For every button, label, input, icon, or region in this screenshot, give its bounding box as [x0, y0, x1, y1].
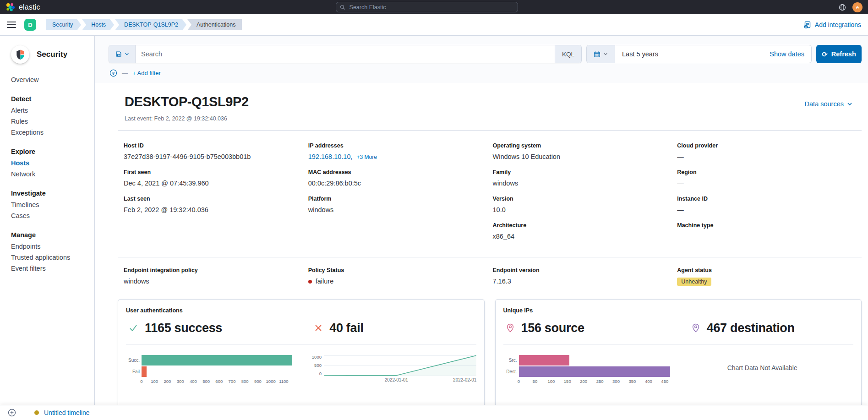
plus-circle-icon[interactable] [8, 409, 16, 417]
refresh-icon: ⟳ [822, 51, 828, 58]
ips-bar-chart: Src. Dest. 050100150200250300350400450 [503, 355, 671, 384]
cross-icon [314, 324, 322, 332]
timeline-status-dot [34, 410, 39, 415]
brand-name: elastic [19, 3, 40, 11]
sidebar-item-cases[interactable]: Cases [11, 212, 90, 220]
calendar-button[interactable] [587, 45, 615, 63]
date-range-value[interactable]: Last 5 years [615, 50, 665, 58]
field-machine-type: Machine type — [677, 222, 862, 240]
host-overview-grid: Host ID 37e27d38-9197-4496-9105-b75e003b… [118, 131, 862, 249]
saved-query-icon [115, 51, 122, 57]
field-agent-status: Agent status Unhealthy [677, 267, 862, 286]
unique-ips-card: Unique IPs 156 source [495, 299, 862, 420]
kql-search-input[interactable] [136, 45, 555, 63]
elastic-security-host-page: elastic e D Security Hosts [0, 0, 868, 420]
chart-no-data-message: Chart Data Not Available [671, 355, 853, 384]
sidebar-heading-investigate: Investigate [11, 190, 90, 197]
failure-status-dot [308, 280, 312, 284]
date-picker: Last 5 years Show dates [586, 45, 812, 63]
untitled-timeline-link[interactable]: Untitled timeline [44, 409, 90, 416]
spaces-icon[interactable] [838, 3, 846, 11]
data-sources-label: Data sources [805, 100, 844, 108]
field-endpoint-version: Endpoint version 7.16.3 [493, 267, 677, 286]
field-last-seen: Last seen Feb 2, 2022 @ 19:32:40.036 [124, 196, 308, 213]
security-shield-icon [11, 45, 29, 64]
endpoint-info-grid: Endpoint integration policy windows Poli… [118, 257, 862, 296]
field-instance-id: Instance ID — [677, 196, 862, 213]
add-integrations-icon [804, 21, 811, 28]
search-icon [340, 5, 345, 10]
elastic-logo-icon [5, 2, 15, 12]
global-search[interactable] [336, 2, 518, 12]
card-title: User authentications [126, 307, 476, 314]
field-cloud-provider: Cloud provider — [677, 142, 862, 160]
sidebar-item-network[interactable]: Network [11, 170, 90, 178]
query-search-control: KQL [109, 45, 582, 63]
user-avatar[interactable]: e [852, 2, 863, 12]
policy-status-value: failure [316, 278, 334, 285]
field-ip-addresses: IP addresses 192.168.10.10, +3 More [308, 142, 493, 160]
saved-query-button[interactable] [109, 45, 136, 63]
sidebar-heading-explore: Explore [11, 148, 90, 156]
add-filter-button[interactable]: + Add filter [132, 70, 161, 76]
host-details-panel: DESKTOP-Q1SL9P2 Last event: Feb 2, 2022 … [95, 83, 868, 420]
sidebar-item-endpoints[interactable]: Endpoints [11, 243, 90, 251]
filter-icon[interactable] [109, 69, 117, 77]
query-language-button[interactable]: KQL [555, 45, 581, 63]
menu-icon[interactable] [7, 22, 16, 28]
timeline-bottom-bar: Untitled timeline [0, 405, 868, 420]
sidebar-item-alerts[interactable]: Alerts [11, 107, 90, 115]
auth-fail-stat: 40 fail [311, 321, 476, 335]
ip-more-link[interactable]: +3 More [357, 154, 377, 160]
divider [503, 344, 854, 344]
global-header: elastic e [0, 0, 868, 14]
sidebar-item-rules[interactable]: Rules [11, 118, 90, 125]
sidebar-item-overview[interactable]: Overview [11, 76, 90, 84]
sidebar-item-event-filters[interactable]: Event filters [11, 265, 90, 273]
security-sidebar: Security Overview Detect Alerts Rules Ex… [0, 36, 95, 420]
refresh-label: Refresh [831, 50, 856, 58]
ip-address-link[interactable]: 192.168.10.10, [308, 153, 353, 160]
data-sources-button[interactable]: Data sources [805, 100, 852, 108]
breadcrumb-hosts[interactable]: Hosts [82, 19, 114, 30]
main-content: KQL [95, 36, 868, 420]
auth-area-chart: 10005000 2022-01-012022-02-01 [294, 355, 476, 384]
field-operating-system: Operating system Windows 10 Education [493, 142, 677, 160]
field-architecture: Architecture x86_64 [493, 222, 677, 240]
app-header: Security [11, 45, 90, 64]
space-badge[interactable]: D [24, 19, 36, 31]
field-first-seen: First seen Dec 4, 2021 @ 07:45:39.960 [124, 169, 308, 187]
breadcrumb-authentications[interactable]: Authentications [187, 19, 242, 30]
sidebar-item-exceptions[interactable]: Exceptions [11, 129, 90, 136]
chevron-down-icon [603, 52, 608, 56]
calendar-icon [594, 51, 601, 58]
sidebar-heading-manage: Manage [11, 231, 90, 239]
field-region: Region — [677, 169, 862, 187]
breadcrumb-bar: D Security Hosts DESKTOP-Q1SL9P2 Authent… [0, 14, 868, 36]
page-title: DESKTOP-Q1SL9P2 [125, 95, 249, 109]
filter-separator: — [122, 70, 128, 76]
last-event-text: Last event: Feb 2, 2022 @ 19:32:40.036 [125, 115, 249, 122]
map-pin-icon [506, 323, 514, 333]
sidebar-item-timelines[interactable]: Timelines [11, 201, 90, 209]
auth-success-stat: 1165 success [126, 321, 311, 335]
breadcrumb-host-name[interactable]: DESKTOP-Q1SL9P2 [115, 19, 186, 30]
elastic-logo[interactable]: elastic [5, 2, 40, 12]
refresh-button[interactable]: ⟳ Refresh [816, 45, 862, 63]
sidebar-item-trusted-applications[interactable]: Trusted applications [11, 254, 90, 262]
field-endpoint-policy: Endpoint integration policy windows [124, 267, 308, 286]
field-family: Family windows [493, 169, 677, 187]
sidebar-item-hosts[interactable]: Hosts [11, 159, 90, 167]
check-icon [129, 323, 138, 333]
map-pin-icon [692, 323, 700, 333]
app-title: Security [37, 50, 67, 59]
auth-bar-chart: Succ. Fail 01002003004005006007008009001… [126, 355, 294, 384]
breadcrumb-security[interactable]: Security [46, 19, 81, 30]
global-search-input[interactable] [349, 4, 514, 11]
destination-ips-stat: 467 destination [689, 321, 853, 335]
divider [126, 344, 476, 344]
field-policy-status: Policy Status failure [308, 267, 493, 286]
add-integrations-button[interactable]: Add integrations [804, 21, 861, 28]
field-version: Version 10.0 [493, 196, 677, 213]
show-dates-link[interactable]: Show dates [763, 50, 811, 58]
